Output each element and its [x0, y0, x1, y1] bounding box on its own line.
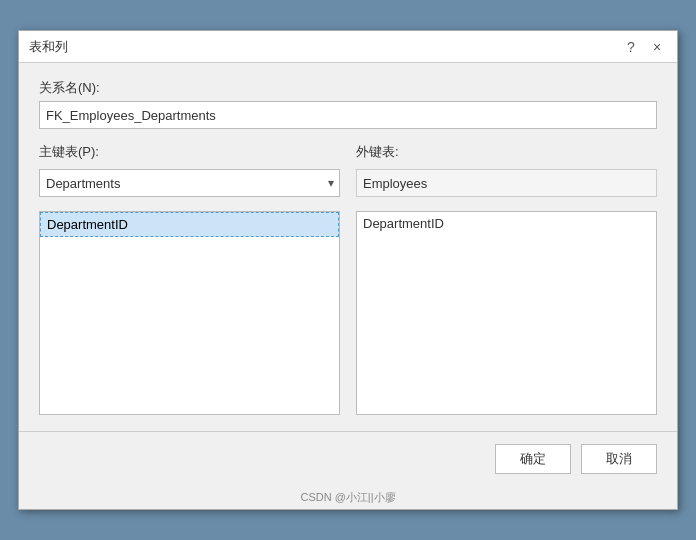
- primary-column-item[interactable]: DepartmentID: [40, 212, 339, 237]
- confirm-button[interactable]: 确定: [495, 444, 571, 474]
- watermark: CSDN @小江||小廖: [19, 486, 677, 509]
- cancel-button[interactable]: 取消: [581, 444, 657, 474]
- title-controls: ? ×: [621, 37, 667, 57]
- foreign-table-col: 外键表: Employees: [356, 143, 657, 197]
- relation-name-label: 关系名(N):: [39, 79, 657, 97]
- primary-table-select-wrapper: Departments: [39, 169, 340, 197]
- foreign-column-list[interactable]: DepartmentID: [356, 211, 657, 415]
- primary-column-list[interactable]: DepartmentID: [39, 211, 340, 415]
- dialog-title: 表和列: [29, 38, 68, 56]
- foreign-table-value: Employees: [356, 169, 657, 197]
- primary-table-select[interactable]: Departments: [39, 169, 340, 197]
- foreign-table-label: 外键表:: [356, 143, 657, 161]
- tables-row: 主键表(P): Departments 外键表: Employees: [39, 143, 657, 197]
- primary-table-label: 主键表(P):: [39, 143, 340, 161]
- foreign-column-item[interactable]: DepartmentID: [357, 212, 656, 235]
- dialog-table-columns: 表和列 ? × 关系名(N): 主键表(P): Departments: [18, 30, 678, 510]
- columns-grid: DepartmentID DepartmentID: [39, 211, 657, 415]
- help-button[interactable]: ?: [621, 37, 641, 57]
- dialog-footer: 确定 取消: [19, 431, 677, 486]
- relation-name-section: 关系名(N):: [39, 79, 657, 129]
- close-button[interactable]: ×: [647, 37, 667, 57]
- dialog-body: 关系名(N): 主键表(P): Departments 外键表: Employe…: [19, 63, 677, 431]
- relation-name-input[interactable]: [39, 101, 657, 129]
- primary-table-col: 主键表(P): Departments: [39, 143, 340, 197]
- title-bar: 表和列 ? ×: [19, 31, 677, 63]
